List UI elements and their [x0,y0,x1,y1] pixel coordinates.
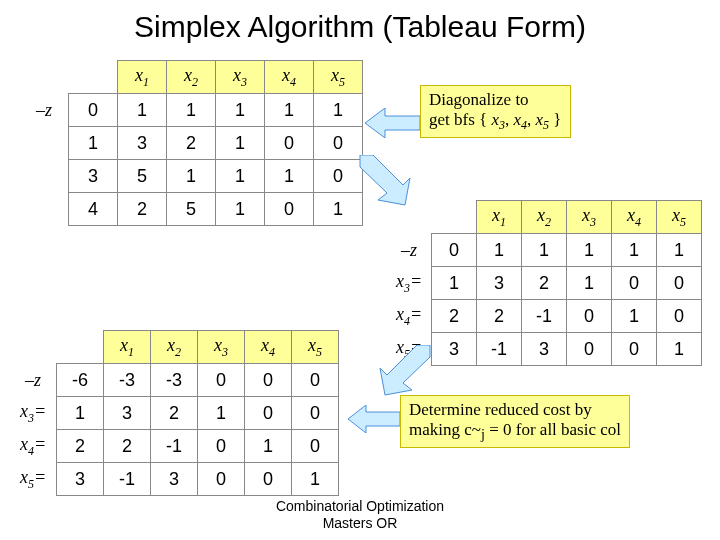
svg-marker-1 [360,155,410,205]
table-row: 1 32100 [20,127,363,160]
col-x3: x3 [216,61,265,94]
arrow-left-icon [348,405,400,433]
col-x1: x1 [118,61,167,94]
table-row: –z-6 -3-3000 [10,364,339,397]
page-footer: Combinatorial OptimizationMasters OR [0,498,720,532]
arrow-left-icon [365,108,420,138]
arrow-down-right-icon [355,155,415,210]
col-x4: x4 [265,61,314,94]
table-row: –z0 11111 [387,234,702,267]
tableau-initial: x1 x2 x3 x4 x5 –z 0 11111 1 32100 3 5111… [20,60,363,226]
table-row: x4=2 2-1010 [10,430,339,463]
table-row: x5=3 -13001 [10,463,339,496]
table-row: x3=1 32100 [10,397,339,430]
table-row: x3=1 32100 [387,267,702,300]
arrow-down-left-icon [375,345,435,400]
page-title: Simplex Algorithm (Tableau Form) [0,0,720,44]
callout-diagonalize: Diagonalize to get bfs { x3, x4, x5 } [420,85,571,138]
table-row: 3 51110 [20,160,363,193]
table-row: –z 0 11111 [20,94,363,127]
col-x2: x2 [167,61,216,94]
col-x5: x5 [314,61,363,94]
table-row: x4=2 2-1010 [387,300,702,333]
callout-reduced-cost: Determine reduced cost by making c~j = 0… [400,395,630,448]
tableau-reduced-cost: x1 x2 x3 x4 x5 –z-6 -3-3000 x3=1 32100 x… [10,330,339,496]
tableau-diagonalized: x1 x2 x3 x4 x5 –z0 11111 x3=1 32100 x4=2… [387,200,702,366]
svg-marker-3 [348,405,400,433]
svg-marker-0 [365,108,420,138]
table-row: 4 25101 [20,193,363,226]
svg-marker-2 [380,345,430,395]
